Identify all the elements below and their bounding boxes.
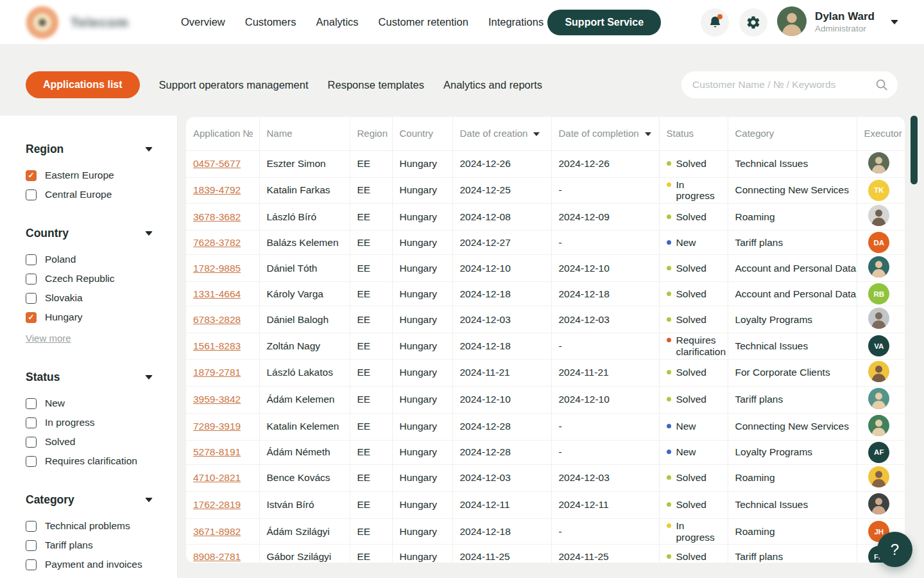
checkbox-unchecked[interactable] bbox=[26, 254, 37, 265]
view-more-link[interactable]: View more bbox=[26, 333, 71, 344]
table-scrollbar[interactable] bbox=[911, 116, 918, 184]
search-input[interactable] bbox=[681, 71, 898, 98]
cell-name: László Bíró bbox=[259, 204, 350, 231]
filter-option-requires-clarification[interactable]: Requires clarification bbox=[26, 455, 153, 467]
column-header-label: Executor bbox=[864, 128, 902, 139]
table-row: 1879-2781László LakatosEEHungary2024-11-… bbox=[186, 359, 905, 386]
filter-option-poland[interactable]: Poland bbox=[26, 254, 153, 265]
filter-option-in-progress[interactable]: In progress bbox=[26, 417, 153, 428]
filter-section-header-region[interactable]: Region bbox=[26, 143, 153, 156]
application-number-link[interactable]: 1561-8283 bbox=[193, 340, 241, 351]
application-number-link[interactable]: 4710-2821 bbox=[193, 472, 241, 483]
status-dot-icon bbox=[667, 475, 671, 480]
cell-date-of-completion: 2024-12-18 bbox=[551, 282, 659, 306]
checkbox-unchecked[interactable] bbox=[26, 189, 37, 200]
cell-date-of-completion: 2024-11-25 bbox=[551, 545, 659, 563]
nav-item-integrations[interactable]: Integrations bbox=[488, 16, 543, 28]
filter-option-tariff-plans[interactable]: Tariff plans bbox=[26, 539, 153, 551]
cell-category: Connecting New Services bbox=[728, 413, 857, 440]
sort-chevron-icon[interactable] bbox=[645, 132, 651, 136]
filter-option-eastern-europe[interactable]: Eastern Europe bbox=[26, 170, 153, 181]
user-menu[interactable]: Dylan Ward Administrator bbox=[777, 6, 898, 39]
cell-application-number: 0457-5677 bbox=[186, 150, 259, 177]
application-number-link[interactable]: 1839-4792 bbox=[193, 184, 241, 195]
status-label: In progress bbox=[676, 520, 724, 543]
checkbox-unchecked[interactable] bbox=[26, 456, 37, 467]
application-number-link[interactable]: 7628-3782 bbox=[193, 237, 241, 248]
column-header-date-of-creation[interactable]: Date of creation bbox=[452, 117, 551, 150]
checkbox-unchecked[interactable] bbox=[26, 274, 37, 285]
avatar-photo bbox=[868, 466, 889, 487]
cell-executor: RB bbox=[857, 282, 905, 306]
application-number-link[interactable]: 3671-8982 bbox=[193, 526, 241, 537]
checkbox-unchecked[interactable] bbox=[26, 398, 37, 409]
application-number-link[interactable]: 3678-3682 bbox=[193, 211, 241, 222]
application-number-link[interactable]: 6783-2828 bbox=[193, 314, 241, 325]
tab-support-operators-management[interactable]: Support operators management bbox=[159, 79, 309, 91]
nav-item-analytics[interactable]: Analytics bbox=[316, 16, 359, 28]
column-header-country: Country bbox=[392, 117, 452, 150]
cell-name: Katalin Kelemen bbox=[259, 413, 350, 440]
cell-category: Connecting New Services bbox=[728, 177, 857, 204]
column-header-date-of-completion[interactable]: Date of completion bbox=[551, 117, 659, 150]
settings-button[interactable] bbox=[739, 8, 767, 37]
application-number-link[interactable]: 1879-2781 bbox=[193, 367, 241, 378]
filter-option-hungary[interactable]: Hungary bbox=[26, 311, 153, 323]
checkbox-unchecked[interactable] bbox=[26, 417, 37, 428]
filter-section-header-category[interactable]: Category bbox=[26, 493, 153, 507]
tab-analytics-and-reports[interactable]: Analytics and reports bbox=[443, 79, 542, 91]
table-body: 0457-5677Eszter SimonEEHungary2024-12-26… bbox=[186, 150, 905, 563]
application-number-link[interactable]: 7289-3919 bbox=[193, 421, 241, 432]
application-number-link[interactable]: 0457-5677 bbox=[193, 158, 241, 169]
filter-option-new[interactable]: New bbox=[26, 398, 153, 409]
cell-application-number: 1782-9885 bbox=[186, 255, 259, 282]
tab-applications-list[interactable]: Applications list bbox=[26, 71, 140, 98]
checkbox-checked[interactable] bbox=[26, 170, 37, 181]
checkbox-unchecked[interactable] bbox=[26, 559, 37, 570]
application-number-link[interactable]: 8908-2781 bbox=[193, 551, 241, 562]
support-service-button[interactable]: Support Service bbox=[547, 10, 661, 35]
filter-option-payment-and-invoices[interactable]: Payment and invoices bbox=[26, 559, 153, 570]
filter-option-slovakia[interactable]: Slovakia bbox=[26, 292, 153, 304]
filter-option-technical-problems[interactable]: Technical problems bbox=[26, 520, 153, 532]
application-number-link[interactable]: 1762-2819 bbox=[193, 499, 241, 510]
cell-date-of-completion: 2024-12-03 bbox=[551, 464, 659, 491]
cell-name: Dániel Balogh bbox=[259, 306, 350, 333]
checkbox-unchecked[interactable] bbox=[26, 293, 37, 304]
application-number-link[interactable]: 5278-8191 bbox=[193, 446, 241, 457]
cell-name: Ádám Szilágyi bbox=[259, 518, 350, 545]
status-dot-icon bbox=[667, 523, 671, 528]
cell-country: Hungary bbox=[392, 177, 452, 204]
notifications-button[interactable] bbox=[701, 8, 729, 37]
status-dot-icon bbox=[667, 502, 671, 507]
filter-option-solved[interactable]: Solved bbox=[26, 436, 153, 448]
checkbox-unchecked[interactable] bbox=[26, 540, 37, 551]
filter-section-header-country[interactable]: Country bbox=[26, 227, 153, 240]
nav-item-customers[interactable]: Customers bbox=[245, 16, 296, 28]
checkbox-unchecked[interactable] bbox=[26, 521, 37, 532]
chevron-down-icon bbox=[145, 375, 153, 380]
cell-category: Roaming bbox=[728, 464, 857, 491]
application-number-link[interactable]: 1331-4664 bbox=[193, 288, 241, 299]
help-button[interactable]: ? bbox=[877, 532, 912, 567]
cell-executor: AF bbox=[857, 440, 905, 464]
application-number-link[interactable]: 1782-9885 bbox=[193, 263, 241, 274]
cell-status: Solved bbox=[659, 491, 728, 518]
table-row: 1762-2819István BíróEEHungary2024-12-112… bbox=[186, 491, 905, 518]
applications-table-card: Application №NameRegionCountryDate of cr… bbox=[186, 117, 905, 563]
cell-application-number: 8908-2781 bbox=[186, 545, 259, 563]
nav-item-overview[interactable]: Overview bbox=[181, 16, 225, 28]
filter-option-central-europe[interactable]: Central Europe bbox=[26, 189, 153, 200]
nav-item-customer-retention[interactable]: Customer retention bbox=[379, 16, 468, 28]
filter-section-header-status[interactable]: Status bbox=[26, 371, 153, 384]
top-navigation-bar: Telecom OverviewCustomersAnalyticsCustom… bbox=[0, 0, 924, 45]
cell-status: Solved bbox=[659, 255, 728, 282]
filter-option-label: Payment and invoices bbox=[45, 559, 142, 570]
checkbox-unchecked[interactable] bbox=[26, 437, 37, 448]
checkbox-checked[interactable] bbox=[26, 312, 37, 323]
chevron-down-icon bbox=[891, 20, 898, 24]
filter-option-czech-republic[interactable]: Czech Republic bbox=[26, 273, 153, 285]
sort-chevron-icon[interactable] bbox=[533, 132, 540, 136]
tab-response-templates[interactable]: Response templates bbox=[328, 79, 424, 91]
application-number-link[interactable]: 3959-3842 bbox=[193, 394, 241, 405]
